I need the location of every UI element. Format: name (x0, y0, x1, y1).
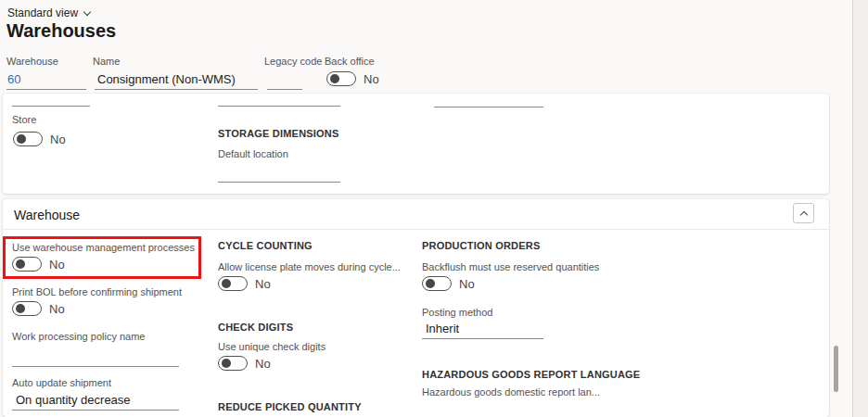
field-underline (12, 366, 179, 367)
backflush-toggle[interactable] (422, 276, 452, 291)
back-office-toggle-value: No (364, 72, 379, 86)
allow-lp-toggle-value: No (255, 277, 271, 291)
work-policy-label: Work processing policy name (12, 331, 145, 342)
section-divider (3, 229, 829, 230)
posting-method-field[interactable]: Inherit (422, 321, 543, 339)
toggle-knob (16, 304, 25, 313)
allow-lp-label: Allow license plate moves during cycle..… (218, 261, 401, 272)
print-bol-label: Print BOL before confirming shipment (12, 286, 182, 297)
work-policy-field[interactable] (12, 348, 179, 367)
collapse-section-button[interactable] (793, 203, 814, 223)
unique-check-toggle-value: No (255, 357, 271, 371)
view-selector-label: Standard view (7, 6, 78, 19)
name-field[interactable]: Consignment (Non-WMS) (95, 70, 258, 90)
view-selector[interactable]: Standard view (7, 6, 90, 19)
general-card: 0.00 Store No STORAGE DIMENSIONS Default… (3, 94, 829, 194)
check-digits-heading: CHECK DIGITS (218, 322, 293, 333)
backflush-toggle-value: No (459, 277, 475, 291)
toggle-knob (426, 279, 435, 288)
auto-update-value: On quantity decrease (16, 393, 131, 407)
right-panel-edge (852, 0, 868, 417)
store-label: Store (12, 114, 36, 125)
chevron-down-icon (83, 8, 91, 16)
field-underline (267, 89, 302, 90)
print-bol-toggle[interactable] (12, 301, 42, 316)
vertical-scrollbar-thumb[interactable] (834, 346, 838, 392)
field-underline (12, 410, 179, 411)
cycle-counting-heading: CYCLE COUNTING (218, 240, 313, 251)
field-underline (6, 89, 86, 90)
toggle-knob (222, 279, 231, 288)
store-toggle-value: No (50, 133, 66, 146)
field-underline (218, 182, 340, 183)
toggle-knob (222, 359, 231, 368)
use-wms-toggle[interactable] (12, 257, 42, 272)
posting-method-value: Inherit (426, 322, 459, 335)
field-underline[interactable] (218, 106, 340, 107)
field-underline[interactable] (434, 107, 543, 107)
hazardous-goods-label: Hazardous goods domestic report lan... (422, 386, 600, 398)
print-bol-toggle-value: No (49, 302, 65, 316)
storage-dimensions-heading: STORAGE DIMENSIONS (218, 128, 339, 139)
warehouse-field-value: 60 (7, 72, 20, 86)
field-underline[interactable] (12, 106, 90, 107)
name-field-value: Consignment (Non-WMS) (97, 72, 236, 86)
field-underline (422, 338, 543, 339)
toggle-knob (330, 74, 339, 83)
legacy-code-field[interactable] (267, 70, 302, 90)
posting-method-label: Posting method (422, 307, 492, 318)
legacy-code-field-label: Legacy code (264, 56, 322, 67)
unique-check-toggle[interactable] (218, 356, 248, 371)
clipped-amount-value: 0.00 (47, 94, 70, 95)
back-office-toggle[interactable] (326, 71, 356, 86)
field-underline (95, 89, 258, 90)
production-orders-heading: PRODUCTION ORDERS (422, 240, 540, 251)
default-location-field[interactable] (218, 164, 340, 183)
backflush-label: Backflush must use reserved quantities (422, 261, 599, 272)
toggle-knob (17, 134, 26, 144)
name-field-label: Name (93, 56, 120, 67)
use-wms-label: Use warehouse management processes (12, 242, 195, 253)
auto-update-label: Auto update shipment (12, 377, 111, 388)
default-location-label: Default location (218, 148, 288, 159)
use-wms-toggle-value: No (49, 258, 65, 272)
clipped-amount-field[interactable]: 0.00 (12, 94, 70, 99)
back-office-field-label: Back office (325, 56, 375, 67)
unique-check-label: Use unique check digits (218, 341, 326, 352)
store-toggle[interactable] (13, 132, 43, 146)
warehouse-section-card: Warehouse Use warehouse management proce… (3, 199, 829, 417)
toggle-knob (16, 259, 25, 269)
warehouse-field[interactable]: 60 (6, 70, 86, 90)
allow-lp-toggle[interactable] (218, 276, 248, 291)
hazardous-goods-heading: HAZARDOUS GOODS REPORT LANGUAGE (422, 369, 640, 380)
auto-update-field[interactable]: On quantity decrease (12, 391, 179, 411)
warehouse-field-label: Warehouse (6, 56, 58, 67)
page-title: Warehouses (6, 20, 116, 42)
section-title: Warehouse (14, 208, 80, 222)
reduce-picked-heading: REDUCE PICKED QUANTITY (218, 401, 362, 412)
chevron-up-icon (799, 210, 807, 218)
